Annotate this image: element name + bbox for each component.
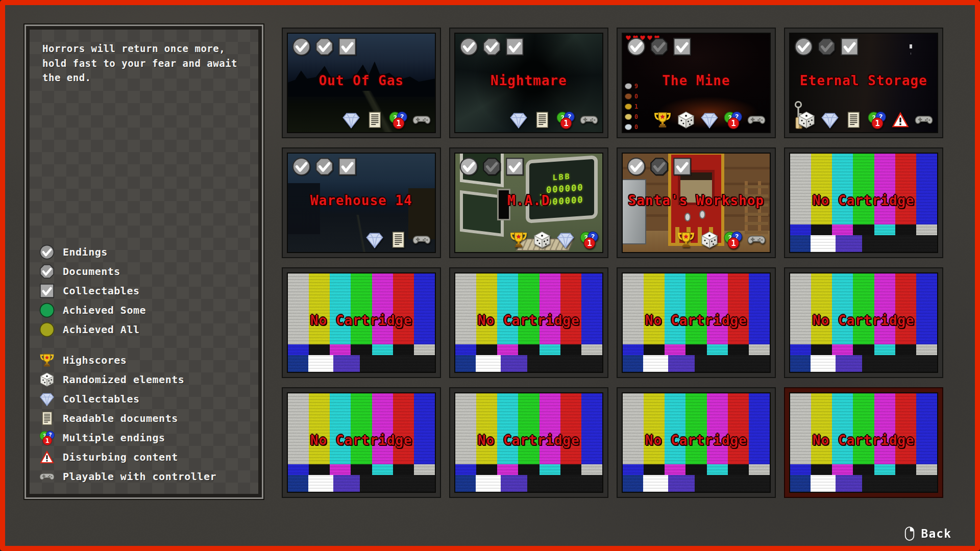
legend: EndingsDocumentsCollectablesAchieved Som… (39, 240, 216, 488)
cartridge-slot-empty[interactable]: No Cartridge (617, 267, 776, 378)
cartridge-select-screen: Horrors will return once more, hold fast… (0, 0, 980, 551)
gamepad-icon (39, 469, 55, 484)
legend-label: Achieved All (63, 323, 140, 336)
completion-badges (627, 157, 692, 176)
test-pattern-pluge (288, 475, 435, 492)
no-signal-screen (790, 273, 937, 372)
cartridge-slot-empty[interactable]: No Cartridge (784, 387, 943, 498)
check-circle-badge (627, 157, 646, 176)
diamond-icon (700, 111, 719, 129)
legend-item-highscores: Highscores (39, 353, 216, 368)
diamond-icon (509, 111, 528, 129)
cartridge-santa-s-workshop[interactable]: Santa's Workshop??1 (617, 147, 776, 258)
check-circle-badge (459, 37, 478, 56)
cartridge-slot-empty[interactable]: No Cartridge (617, 387, 776, 498)
warning-icon (39, 449, 55, 465)
cartridge-eternal-storage[interactable]: 236Eternal Storage??1 (784, 28, 943, 138)
cartridge-slot-empty[interactable]: No Cartridge (784, 147, 943, 258)
test-pattern-bars (288, 393, 435, 464)
gamepad-icon (412, 111, 431, 129)
metal-box (623, 179, 646, 244)
back-label: Back (921, 527, 951, 540)
legend-label: Highscores (63, 354, 127, 366)
legend-label: Randomized elements (63, 373, 184, 386)
check-square-badge (505, 37, 524, 56)
ore-count: 0 (634, 123, 638, 131)
test-pattern-castellations (455, 464, 602, 475)
legend-label: Achieved Some (63, 304, 146, 316)
gamepad-icon (412, 231, 431, 249)
dice-icon (677, 111, 695, 129)
test-pattern-bars (455, 393, 602, 464)
legend-label: Endings (63, 246, 108, 258)
cartridge-slot-empty[interactable]: No Cartridge (449, 387, 608, 498)
check-octagon-badge (650, 37, 669, 56)
test-pattern-bars (790, 273, 937, 344)
trophy-icon (653, 111, 672, 129)
cartridge-nightmare[interactable]: Nightmare??1 (449, 28, 608, 138)
completion-badges (627, 37, 692, 56)
document-icon (365, 111, 384, 129)
legend-item-endings: Endings (39, 244, 216, 260)
diamond-icon (39, 391, 55, 407)
test-pattern-castellations (623, 344, 770, 355)
dice-icon (797, 111, 816, 129)
check-circle-badge (627, 37, 646, 56)
trophy-icon (677, 231, 695, 249)
test-pattern-castellations (623, 464, 770, 475)
test-pattern-pluge (455, 355, 602, 372)
legend-label: Collectables (63, 393, 140, 405)
dice-icon (39, 372, 55, 387)
legend-item-achieved-some: Achieved Some (39, 303, 216, 318)
document-icon (844, 111, 863, 129)
check-octagon-badge (650, 157, 669, 176)
legend-item-documents: Documents (39, 264, 216, 279)
feature-icons: ??1 (509, 231, 598, 249)
gamepad-icon (915, 111, 933, 129)
cartridge-out-of-gas[interactable]: Out Of Gas??1 (282, 28, 441, 138)
cartridge-the-mine[interactable]: 90100The Mine??1 (617, 28, 776, 138)
cartridge-warehouse-14[interactable]: Warehouse 14 (282, 147, 441, 258)
cartridge-m-a-d[interactable]: LBB_0000000000000M.A.D??1 (449, 147, 608, 258)
no-signal-screen (455, 273, 602, 372)
cartridge-slot-empty[interactable]: No Cartridge (282, 387, 441, 498)
ore-count: 9 (634, 83, 638, 90)
no-signal-screen (790, 393, 937, 492)
no-signal-screen (455, 393, 602, 492)
ore-icon (625, 124, 632, 130)
document-icon (389, 231, 407, 249)
test-pattern-pluge (623, 355, 770, 372)
test-pattern-bars (455, 273, 602, 344)
doorway (497, 189, 510, 220)
no-signal-screen (623, 393, 770, 492)
gamepad-icon (747, 111, 766, 129)
cartridge-slot-empty[interactable]: No Cartridge (449, 267, 608, 378)
cartridge-slot-empty[interactable]: No Cartridge (784, 267, 943, 378)
svg-text:1: 1 (564, 118, 568, 128)
warning-icon (891, 111, 910, 129)
trophy-icon (509, 231, 528, 249)
test-pattern-pluge (790, 355, 937, 372)
test-pattern-castellations (790, 344, 937, 355)
ore-icon (625, 104, 632, 110)
check-square-badge (840, 37, 859, 56)
check-square-badge (673, 157, 692, 176)
cartridge-slot-empty[interactable]: No Cartridge (282, 267, 441, 378)
completion-badges (794, 37, 859, 56)
svg-text:1: 1 (875, 118, 879, 128)
legend-label: Playable with controller (63, 470, 216, 483)
check-circle-badge (459, 157, 478, 176)
gamepad-icon (747, 231, 766, 249)
ore-count: 0 (634, 93, 638, 100)
legend-item-disturbing-content: Disturbing content (39, 449, 216, 465)
test-pattern-castellations (790, 224, 937, 235)
check-square-icon (39, 283, 55, 298)
multi-endings-icon: ??1 (389, 111, 407, 129)
feature-icons: ??1 (509, 111, 598, 129)
legend-item-collectables: Collectables (39, 283, 216, 298)
no-signal-screen (288, 273, 435, 372)
check-octagon-badge (817, 37, 836, 56)
back-control[interactable]: Back (904, 525, 951, 542)
feature-icons: ??1 (797, 111, 933, 129)
feature-icons: ??1 (653, 111, 766, 129)
